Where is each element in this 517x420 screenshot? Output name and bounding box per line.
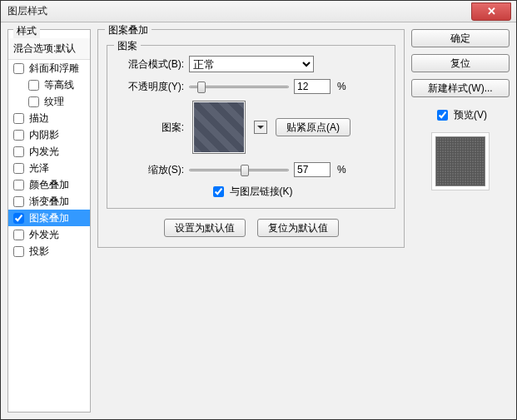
percent-label: % — [337, 164, 346, 175]
default-buttons-row: 设置为默认值 复位为默认值 — [107, 219, 395, 237]
pattern-label: 图案: — [117, 121, 184, 135]
blend-mode-row: 混合模式(B): 正常 — [117, 56, 385, 72]
blend-mode-label: 混合模式(B): — [117, 57, 184, 72]
style-item-2[interactable]: 纹理 — [8, 93, 90, 110]
style-item-0[interactable]: 斜面和浮雕 — [8, 60, 90, 77]
style-item-1[interactable]: 等高线 — [8, 77, 90, 93]
opacity-label: 不透明度(Y): — [117, 80, 184, 94]
style-item-label: 斜面和浮雕 — [29, 62, 79, 76]
style-item-checkbox[interactable] — [28, 80, 39, 91]
style-item-3[interactable]: 描边 — [8, 110, 90, 126]
style-item-label: 纹理 — [44, 95, 64, 109]
pattern-row: 图案: 贴紧原点(A) — [117, 101, 385, 154]
right-column: 确定 复位 新建样式(W)... 预览(V) — [411, 29, 510, 413]
style-item-checkbox[interactable] — [13, 213, 24, 224]
link-layer-row: 与图层链接(K) — [117, 184, 385, 200]
pattern-overlay-group: 图案叠加 图案 混合模式(B): 正常 不透明度(Y): — [97, 29, 405, 248]
pattern-thumbnail[interactable] — [192, 101, 246, 154]
style-item-checkbox[interactable] — [28, 96, 39, 107]
style-item-checkbox[interactable] — [13, 246, 24, 257]
window-title: 图层样式 — [7, 4, 47, 18]
pattern-group: 图案 混合模式(B): 正常 不透明度(Y): — [107, 45, 395, 209]
ok-button[interactable]: 确定 — [411, 29, 510, 47]
style-item-label: 渐变叠加 — [29, 195, 69, 209]
style-item-5[interactable]: 内发光 — [8, 143, 90, 160]
style-item-checkbox[interactable] — [13, 196, 24, 207]
styles-panel: 样式 混合选项:默认 斜面和浮雕等高线纹理描边内阴影内发光光泽颜色叠加渐变叠加图… — [7, 29, 91, 413]
style-item-11[interactable]: 投影 — [8, 243, 90, 259]
blend-mode-select[interactable]: 正常 — [189, 56, 314, 72]
styles-panel-title: 样式 — [13, 24, 40, 38]
style-item-7[interactable]: 颜色叠加 — [8, 176, 90, 193]
style-item-checkbox[interactable] — [13, 113, 24, 124]
scale-slider[interactable] — [189, 164, 289, 175]
styles-list-header[interactable]: 混合选项:默认 — [8, 38, 90, 60]
style-item-9[interactable]: 图案叠加 — [8, 210, 90, 226]
styles-list: 混合选项:默认 斜面和浮雕等高线纹理描边内阴影内发光光泽颜色叠加渐变叠加图案叠加… — [8, 38, 90, 259]
style-item-label: 图案叠加 — [29, 211, 69, 225]
style-item-label: 等高线 — [44, 78, 74, 92]
new-style-button[interactable]: 新建样式(W)... — [411, 79, 510, 97]
preview-thumbnail — [435, 136, 485, 186]
group-title: 图案叠加 — [105, 23, 152, 37]
slider-thumb-icon[interactable] — [241, 165, 249, 176]
slider-thumb-icon[interactable] — [197, 82, 206, 93]
style-item-label: 投影 — [29, 245, 49, 259]
close-button[interactable]: ✕ — [471, 2, 511, 21]
opacity-input[interactable] — [294, 79, 331, 94]
opacity-row: 不透明度(Y): % — [117, 79, 385, 94]
link-layer-label[interactable]: 与图层链接(K) — [230, 185, 293, 199]
style-item-4[interactable]: 内阴影 — [8, 126, 90, 143]
scale-input[interactable] — [294, 162, 331, 177]
options-panel: 图案叠加 图案 混合模式(B): 正常 不透明度(Y): — [97, 29, 405, 413]
reset-button[interactable]: 复位 — [411, 54, 510, 72]
preview-label[interactable]: 预览(V) — [454, 108, 487, 122]
dialog-body: 样式 混合选项:默认 斜面和浮雕等高线纹理描边内阴影内发光光泽颜色叠加渐变叠加图… — [1, 22, 516, 419]
style-item-6[interactable]: 光泽 — [8, 160, 90, 176]
percent-label: % — [337, 81, 346, 92]
style-item-label: 内阴影 — [29, 128, 59, 142]
style-item-label: 外发光 — [29, 228, 59, 242]
style-item-checkbox[interactable] — [13, 230, 24, 240]
layer-style-dialog: 图层样式 ✕ 样式 混合选项:默认 斜面和浮雕等高线纹理描边内阴影内发光光泽颜色… — [0, 0, 517, 420]
style-item-label: 内发光 — [29, 145, 59, 159]
reset-default-button[interactable]: 复位为默认值 — [257, 219, 339, 237]
close-icon: ✕ — [487, 5, 496, 17]
style-item-label: 光泽 — [29, 161, 49, 175]
style-item-checkbox[interactable] — [13, 63, 24, 74]
pattern-dropdown-button[interactable] — [254, 121, 267, 134]
inner-group-title: 图案 — [114, 39, 141, 53]
style-item-label: 描边 — [29, 111, 49, 126]
snap-origin-button[interactable]: 贴紧原点(A) — [276, 118, 350, 136]
opacity-slider[interactable] — [189, 81, 289, 92]
style-item-checkbox[interactable] — [13, 163, 24, 174]
scale-label: 缩放(S): — [117, 163, 184, 177]
preview-checkbox[interactable] — [437, 110, 448, 121]
titlebar: 图层样式 ✕ — [1, 1, 516, 22]
scale-row: 缩放(S): % — [117, 162, 385, 177]
style-item-8[interactable]: 渐变叠加 — [8, 193, 90, 210]
style-item-10[interactable]: 外发光 — [8, 226, 90, 243]
preview-row: 预览(V) — [411, 107, 510, 123]
link-layer-checkbox[interactable] — [213, 186, 224, 197]
style-item-label: 颜色叠加 — [29, 178, 69, 192]
set-default-button[interactable]: 设置为默认值 — [164, 219, 246, 237]
style-item-checkbox[interactable] — [13, 146, 24, 157]
style-item-checkbox[interactable] — [13, 180, 24, 190]
style-item-checkbox[interactable] — [13, 130, 24, 141]
